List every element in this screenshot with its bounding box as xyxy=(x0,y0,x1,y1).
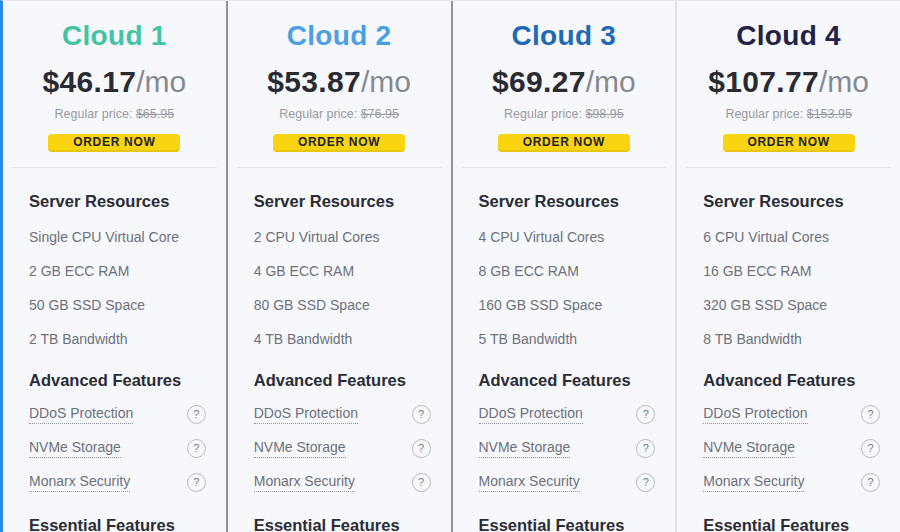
feature-link-monarx-security[interactable]: Monarx Security xyxy=(479,473,580,492)
resource-item: 4 GB ECC RAM xyxy=(254,263,431,279)
price-period: /mo xyxy=(819,65,869,98)
feature-row: DDoS Protection ? xyxy=(29,405,206,424)
regular-price-value: $76.95 xyxy=(361,107,399,121)
features-section: Server Resources Single CPU Virtual Core… xyxy=(3,168,226,532)
server-resources-heading: Server Resources xyxy=(254,192,431,211)
server-resources-heading: Server Resources xyxy=(479,192,656,211)
plan-card-cloud-4: Cloud 4 $107.77/mo Regular price: $153.9… xyxy=(677,1,900,532)
plan-price: $53.87/mo xyxy=(267,65,411,99)
help-icon[interactable]: ? xyxy=(636,405,655,424)
help-icon[interactable]: ? xyxy=(636,439,655,458)
essential-features-heading: Essential Features xyxy=(254,516,431,532)
feature-link-ddos-protection[interactable]: DDoS Protection xyxy=(703,405,807,424)
server-resources-list: 2 CPU Virtual Cores 4 GB ECC RAM 80 GB S… xyxy=(254,229,431,347)
plan-name: Cloud 4 xyxy=(736,20,841,52)
price-amount: $46.17 xyxy=(43,65,137,98)
features-section: Server Resources 6 CPU Virtual Cores 16 … xyxy=(677,168,900,532)
resource-item: Single CPU Virtual Core xyxy=(29,229,206,245)
features-section: Server Resources 4 CPU Virtual Cores 8 G… xyxy=(453,168,676,532)
order-now-button[interactable]: ORDER NOW xyxy=(48,134,180,152)
feature-link-nvme-storage[interactable]: NVMe Storage xyxy=(703,439,795,458)
feature-row: Monarx Security ? xyxy=(29,473,206,492)
feature-row: DDoS Protection ? xyxy=(479,405,656,424)
help-icon[interactable]: ? xyxy=(412,405,431,424)
plan-price: $69.27/mo xyxy=(492,65,636,99)
price-period: /mo xyxy=(136,65,186,98)
advanced-features-heading: Advanced Features xyxy=(479,371,656,390)
plan-price: $46.17/mo xyxy=(43,65,187,99)
order-now-button[interactable]: ORDER NOW xyxy=(273,134,405,152)
advanced-features-heading: Advanced Features xyxy=(703,371,880,390)
help-icon[interactable]: ? xyxy=(412,473,431,492)
advanced-features-list: DDoS Protection ? NVMe Storage ? Monarx … xyxy=(29,405,206,492)
regular-price: Regular price: $65.95 xyxy=(55,107,175,121)
feature-row: NVMe Storage ? xyxy=(29,439,206,458)
regular-price: Regular price: $98.95 xyxy=(504,107,624,121)
plan-card-cloud-1: Cloud 1 $46.17/mo Regular price: $65.95 … xyxy=(3,1,228,532)
feature-link-monarx-security[interactable]: Monarx Security xyxy=(703,473,804,492)
feature-row: Monarx Security ? xyxy=(479,473,656,492)
help-icon[interactable]: ? xyxy=(187,473,206,492)
server-resources-list: Single CPU Virtual Core 2 GB ECC RAM 50 … xyxy=(29,229,206,347)
feature-row: Monarx Security ? xyxy=(254,473,431,492)
resource-item: 16 GB ECC RAM xyxy=(703,263,880,279)
help-icon[interactable]: ? xyxy=(187,439,206,458)
feature-link-nvme-storage[interactable]: NVMe Storage xyxy=(479,439,571,458)
resource-item: 2 GB ECC RAM xyxy=(29,263,206,279)
help-icon[interactable]: ? xyxy=(187,405,206,424)
feature-link-nvme-storage[interactable]: NVMe Storage xyxy=(29,439,121,458)
plan-name: Cloud 3 xyxy=(511,20,616,52)
regular-price-value: $98.95 xyxy=(585,107,623,121)
plan-name: Cloud 2 xyxy=(287,20,392,52)
help-icon[interactable]: ? xyxy=(412,439,431,458)
resource-item: 4 CPU Virtual Cores xyxy=(479,229,656,245)
plan-card-cloud-3: Cloud 3 $69.27/mo Regular price: $98.95 … xyxy=(453,1,678,532)
feature-link-monarx-security[interactable]: Monarx Security xyxy=(254,473,355,492)
feature-link-nvme-storage[interactable]: NVMe Storage xyxy=(254,439,346,458)
price-amount: $53.87 xyxy=(267,65,361,98)
advanced-features-list: DDoS Protection ? NVMe Storage ? Monarx … xyxy=(479,405,656,492)
resource-item: 6 CPU Virtual Cores xyxy=(703,229,880,245)
advanced-features-list: DDoS Protection ? NVMe Storage ? Monarx … xyxy=(703,405,880,492)
feature-link-ddos-protection[interactable]: DDoS Protection xyxy=(254,405,358,424)
resource-item: 8 TB Bandwidth xyxy=(703,331,880,347)
resource-item: 50 GB SSD Space xyxy=(29,297,206,313)
price-amount: $69.27 xyxy=(492,65,586,98)
essential-features-heading: Essential Features xyxy=(29,516,206,532)
regular-price-label: Regular price: xyxy=(725,107,803,121)
resource-item: 320 GB SSD Space xyxy=(703,297,880,313)
feature-row: NVMe Storage ? xyxy=(254,439,431,458)
help-icon[interactable]: ? xyxy=(861,473,880,492)
advanced-features-list: DDoS Protection ? NVMe Storage ? Monarx … xyxy=(254,405,431,492)
resource-item: 160 GB SSD Space xyxy=(479,297,656,313)
order-now-button[interactable]: ORDER NOW xyxy=(498,134,630,152)
feature-row: NVMe Storage ? xyxy=(479,439,656,458)
plan-name: Cloud 1 xyxy=(62,20,167,52)
price-amount: $107.77 xyxy=(708,65,819,98)
help-icon[interactable]: ? xyxy=(636,473,655,492)
regular-price-label: Regular price: xyxy=(55,107,133,121)
server-resources-heading: Server Resources xyxy=(703,192,880,211)
regular-price-label: Regular price: xyxy=(504,107,582,121)
feature-link-ddos-protection[interactable]: DDoS Protection xyxy=(29,405,133,424)
feature-row: DDoS Protection ? xyxy=(254,405,431,424)
regular-price-label: Regular price: xyxy=(279,107,357,121)
resource-item: 5 TB Bandwidth xyxy=(479,331,656,347)
feature-link-ddos-protection[interactable]: DDoS Protection xyxy=(479,405,583,424)
help-icon[interactable]: ? xyxy=(861,405,880,424)
resource-item: 2 CPU Virtual Cores xyxy=(254,229,431,245)
help-icon[interactable]: ? xyxy=(861,439,880,458)
regular-price: Regular price: $76.95 xyxy=(279,107,399,121)
feature-link-monarx-security[interactable]: Monarx Security xyxy=(29,473,130,492)
features-section: Server Resources 2 CPU Virtual Cores 4 G… xyxy=(228,168,451,532)
essential-features-heading: Essential Features xyxy=(703,516,880,532)
advanced-features-heading: Advanced Features xyxy=(29,371,206,390)
regular-price-value: $153.95 xyxy=(807,107,852,121)
advanced-features-heading: Advanced Features xyxy=(254,371,431,390)
order-now-button[interactable]: ORDER NOW xyxy=(723,134,855,152)
resource-item: 4 TB Bandwidth xyxy=(254,331,431,347)
pricing-table: Cloud 1 $46.17/mo Regular price: $65.95 … xyxy=(0,0,900,532)
resource-item: 8 GB ECC RAM xyxy=(479,263,656,279)
server-resources-list: 4 CPU Virtual Cores 8 GB ECC RAM 160 GB … xyxy=(479,229,656,347)
price-period: /mo xyxy=(586,65,636,98)
